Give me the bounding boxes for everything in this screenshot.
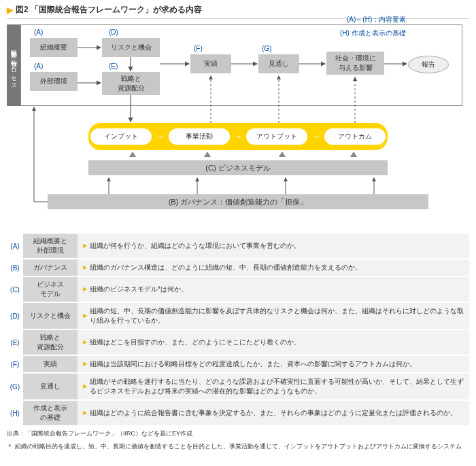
row-desc: 組織はどこを目指すのか、また、どのようにそこにたどり着くのか。: [78, 330, 469, 355]
label-a1: (A): [34, 29, 43, 36]
row-label: ビジネス モデル: [23, 277, 78, 302]
cap-outcome: アウトカム: [324, 128, 386, 145]
bar-governance: (B) ガバナンス：価値創造能力の「担保」: [48, 194, 428, 209]
figure-title-text: 図2 「国際統合報告フレームワーク」が求める内容: [16, 4, 202, 16]
box-ext-env: 外部環境: [30, 72, 78, 91]
arrow-icon: →: [155, 131, 165, 142]
footnote: ＊ 組織の戦略目的を達成し、短、中、長期に価値を創造することを目的とした、事業活…: [7, 442, 469, 451]
legend-elements: (A)～(H)：内容要素: [347, 15, 406, 24]
triangle-icon: ▶: [7, 5, 13, 15]
row-desc: 組織のガバナンス構造は、どのように組織の短、中、長期の価値創造能力を支えるのか。: [78, 259, 469, 276]
row-label: リスクと機会: [23, 303, 78, 329]
row-desc: 組織がその戦略を遂行するに当たり、どのような課題および不確実性に直面する可能性が…: [78, 374, 469, 399]
label-e: (E): [109, 62, 118, 70]
row-desc: 組織のビジネスモデル*は何か。: [78, 277, 469, 302]
label-a2: (A): [34, 62, 43, 70]
row-label: 戦略と 資源配分: [23, 330, 78, 355]
box-risk-opp: リスクと機会: [102, 38, 160, 57]
row-label: 実績: [23, 356, 78, 372]
box-strategy-alloc: 戦略と 資源配分: [102, 72, 160, 95]
value-chain-band: インプット→ 事業活動→ アウトプット→ アウトカム: [88, 123, 388, 150]
row-label: 作成と表示 の基礎: [23, 401, 78, 425]
arrow-icon: →: [233, 131, 243, 142]
cap-input: インプット: [90, 128, 152, 145]
label-d: (D): [109, 29, 118, 36]
source-line: 出典：「国際統合報告フレームワーク」（IIRC）などを基にEY作成: [7, 429, 469, 438]
label-f: (F): [194, 45, 203, 52]
label-g: (G): [262, 45, 271, 52]
ellipse-report: 報告: [408, 56, 449, 73]
box-soc-env: 社会・環境に 与える影響: [326, 52, 384, 75]
row-desc: 組織は当該期間における戦略目標をどの程度達成したか、また、資本への影響に関するア…: [78, 356, 469, 372]
row-desc: 組織が何を行うか、組織はどのような環境において事業を営むのか。: [78, 234, 469, 258]
desc-row: (B)ガバナンス組織のガバナンス構造は、どのように組織の短、中、長期の価値創造能…: [7, 259, 469, 276]
arrow-icon: →: [311, 131, 321, 142]
row-desc: 組織はどのように統合報告書に含む事象を決定するか、また、それらの事象はどのように…: [78, 401, 469, 425]
row-label: 見通し: [23, 374, 78, 399]
diagram-area: 戦略策定と報告プロセス (A) (A) (D) (E) (F) (G) (H) …: [7, 24, 469, 228]
row-key: (E): [7, 330, 23, 355]
bar-business-model: (C) ビジネスモデル: [88, 160, 388, 175]
label-h: (H) 作成と表示の基礎: [340, 29, 406, 38]
box-performance: 実績: [190, 54, 231, 73]
cap-activity: 事業活動: [169, 128, 230, 145]
row-key: (B): [7, 259, 23, 276]
row-desc: 組織の短、中、長期の価値創造能力に影響を及ぼす具体的なリスクと機会は何か、また、…: [78, 303, 469, 329]
desc-row: (D)リスクと機会組織の短、中、長期の価値創造能力に影響を及ぼす具体的なリスクと…: [7, 303, 469, 329]
row-key: (H): [7, 401, 23, 425]
row-key: (D): [7, 303, 23, 329]
desc-row: (E)戦略と 資源配分組織はどこを目指すのか、また、どのようにそこにたどり着くの…: [7, 330, 469, 355]
desc-row: (C)ビジネス モデル組織のビジネスモデル*は何か。: [7, 277, 469, 302]
desc-row: (H)作成と表示 の基礎組織はどのように統合報告書に含む事象を決定するか、また、…: [7, 401, 469, 425]
description-rows: (A)組織概要と 外部環境組織が何を行うか、組織はどのような環境において事業を営…: [7, 234, 469, 425]
desc-row: (F)実績組織は当該期間における戦略目標をどの程度達成したか、また、資本への影響…: [7, 356, 469, 372]
box-org-overview: 組織概要: [30, 38, 78, 57]
row-label: 組織概要と 外部環境: [23, 234, 78, 258]
cap-output: アウトプット: [246, 128, 307, 145]
row-key: (C): [7, 277, 23, 302]
row-label: ガバナンス: [23, 259, 78, 276]
row-key: (A): [7, 234, 23, 258]
desc-row: (A)組織概要と 外部環境組織が何を行うか、組織はどのような環境において事業を営…: [7, 234, 469, 258]
desc-row: (G)見通し組織がその戦略を遂行するに当たり、どのような課題および不確実性に直面…: [7, 374, 469, 399]
side-label: 戦略策定と報告プロセス: [7, 24, 20, 106]
box-outlook: 見通し: [258, 54, 299, 73]
row-key: (F): [7, 356, 23, 372]
row-key: (G): [7, 374, 23, 399]
